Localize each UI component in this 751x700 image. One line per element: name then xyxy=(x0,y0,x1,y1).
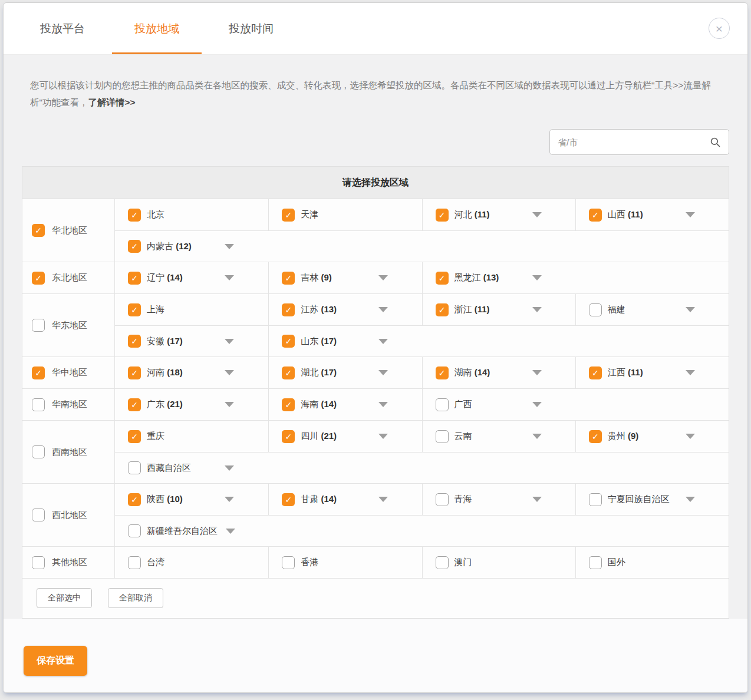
region-checkbox[interactable] xyxy=(32,445,45,458)
province-cell[interactable]: 湖北 (17) xyxy=(268,357,421,388)
province-cell[interactable]: 吉林 (9) xyxy=(268,262,421,293)
dropdown-arrow-icon[interactable] xyxy=(532,212,542,217)
dropdown-arrow-icon[interactable] xyxy=(225,244,234,249)
province-checkbox[interactable] xyxy=(436,430,449,443)
province-cell[interactable]: 新疆维吾尔自治区 xyxy=(115,516,729,546)
dropdown-arrow-icon[interactable] xyxy=(378,402,388,407)
region-checkbox[interactable] xyxy=(32,398,45,411)
tab-time[interactable]: 投放时间 xyxy=(206,3,296,54)
province-cell[interactable]: 西藏自治区 xyxy=(115,453,729,483)
dropdown-arrow-icon[interactable] xyxy=(378,497,388,502)
dropdown-arrow-icon[interactable] xyxy=(378,307,388,312)
province-checkbox[interactable] xyxy=(436,272,449,285)
dropdown-arrow-icon[interactable] xyxy=(686,307,695,312)
province-cell[interactable]: 江苏 (13) xyxy=(268,294,421,325)
region-checkbox[interactable] xyxy=(32,224,45,237)
province-checkbox[interactable] xyxy=(282,430,295,443)
dropdown-arrow-icon[interactable] xyxy=(225,497,234,502)
province-cell[interactable]: 云南 xyxy=(422,421,575,452)
province-checkbox[interactable] xyxy=(128,240,141,253)
province-cell[interactable]: 江西 (11) xyxy=(575,357,729,388)
province-cell[interactable]: 辽宁 (14) xyxy=(115,262,268,293)
province-checkbox[interactable] xyxy=(282,366,295,379)
province-cell[interactable]: 贵州 (9) xyxy=(575,421,729,452)
province-cell[interactable]: 河南 (18) xyxy=(115,357,268,388)
province-checkbox[interactable] xyxy=(128,461,141,474)
region-group-cell[interactable]: 西北地区 xyxy=(22,484,115,546)
search-box[interactable] xyxy=(549,129,729,155)
province-checkbox[interactable] xyxy=(282,335,295,348)
province-checkbox[interactable] xyxy=(589,430,602,443)
province-checkbox[interactable] xyxy=(436,556,449,569)
region-checkbox[interactable] xyxy=(32,509,45,521)
province-checkbox[interactable] xyxy=(128,335,141,348)
tab-region[interactable]: 投放地域 xyxy=(112,3,202,54)
learn-more-link[interactable]: 了解详情>> xyxy=(88,97,136,107)
province-cell[interactable]: 内蒙古 (12) xyxy=(115,231,729,262)
province-checkbox[interactable] xyxy=(589,209,602,222)
province-checkbox[interactable] xyxy=(128,430,141,443)
province-cell[interactable]: 山东 (17) xyxy=(268,326,729,356)
province-cell[interactable]: 重庆 xyxy=(115,421,268,452)
province-cell[interactable]: 黑龙江 (13) xyxy=(422,262,729,293)
province-cell[interactable]: 四川 (21) xyxy=(268,421,421,452)
province-checkbox[interactable] xyxy=(128,366,141,379)
province-cell[interactable]: 天津 xyxy=(268,199,421,230)
province-checkbox[interactable] xyxy=(436,303,449,316)
province-checkbox[interactable] xyxy=(128,209,141,222)
province-cell[interactable]: 台湾 xyxy=(115,547,268,578)
dropdown-arrow-icon[interactable] xyxy=(532,402,542,407)
province-checkbox[interactable] xyxy=(128,303,141,316)
province-cell[interactable]: 福建 xyxy=(575,294,729,325)
dropdown-arrow-icon[interactable] xyxy=(378,275,388,280)
province-cell[interactable]: 宁夏回族自治区 xyxy=(575,484,729,515)
select-all-button[interactable]: 全部选中 xyxy=(37,588,92,608)
region-group-cell[interactable]: 华南地区 xyxy=(22,389,115,420)
province-checkbox[interactable] xyxy=(436,366,449,379)
province-cell[interactable]: 澳门 xyxy=(422,547,575,578)
dropdown-arrow-icon[interactable] xyxy=(225,370,234,375)
province-checkbox[interactable] xyxy=(589,493,602,506)
province-cell[interactable]: 广西 xyxy=(422,389,729,420)
search-icon[interactable] xyxy=(710,137,721,148)
province-checkbox[interactable] xyxy=(589,303,602,316)
search-input[interactable] xyxy=(558,137,710,147)
dropdown-arrow-icon[interactable] xyxy=(532,370,542,375)
province-checkbox[interactable] xyxy=(128,493,141,506)
province-checkbox[interactable] xyxy=(128,524,141,537)
province-cell[interactable]: 青海 xyxy=(422,484,575,515)
dropdown-arrow-icon[interactable] xyxy=(686,497,695,502)
region-group-cell[interactable]: 西南地区 xyxy=(22,421,115,483)
dropdown-arrow-icon[interactable] xyxy=(686,434,695,439)
region-group-cell[interactable]: 华东地区 xyxy=(22,294,115,356)
province-cell[interactable]: 湖南 (14) xyxy=(422,357,575,388)
province-cell[interactable]: 香港 xyxy=(268,547,421,578)
province-cell[interactable]: 上海 xyxy=(115,294,268,325)
province-cell[interactable]: 北京 xyxy=(115,199,268,230)
dropdown-arrow-icon[interactable] xyxy=(378,434,388,439)
region-group-cell[interactable]: 其他地区 xyxy=(22,547,115,578)
region-checkbox[interactable] xyxy=(32,272,45,285)
region-checkbox[interactable] xyxy=(32,366,45,379)
province-cell[interactable]: 浙江 (11) xyxy=(422,294,575,325)
dropdown-arrow-icon[interactable] xyxy=(532,307,542,312)
province-checkbox[interactable] xyxy=(436,398,449,411)
dropdown-arrow-icon[interactable] xyxy=(686,370,695,375)
province-checkbox[interactable] xyxy=(282,493,295,506)
region-group-cell[interactable]: 东北地区 xyxy=(22,262,115,293)
dropdown-arrow-icon[interactable] xyxy=(225,339,234,344)
save-button[interactable]: 保存设置 xyxy=(24,646,87,676)
province-cell[interactable]: 山西 (11) xyxy=(575,199,729,230)
province-cell[interactable]: 广东 (21) xyxy=(115,389,268,420)
province-cell[interactable]: 国外 xyxy=(575,547,729,578)
province-cell[interactable]: 河北 (11) xyxy=(422,199,575,230)
province-checkbox[interactable] xyxy=(436,493,449,506)
region-checkbox[interactable] xyxy=(32,556,45,569)
province-checkbox[interactable] xyxy=(128,556,141,569)
province-checkbox[interactable] xyxy=(128,272,141,285)
province-checkbox[interactable] xyxy=(282,398,295,411)
region-group-cell[interactable]: 华中地区 xyxy=(22,357,115,388)
province-checkbox[interactable] xyxy=(282,272,295,285)
province-checkbox[interactable] xyxy=(589,556,602,569)
dropdown-arrow-icon[interactable] xyxy=(686,212,695,217)
